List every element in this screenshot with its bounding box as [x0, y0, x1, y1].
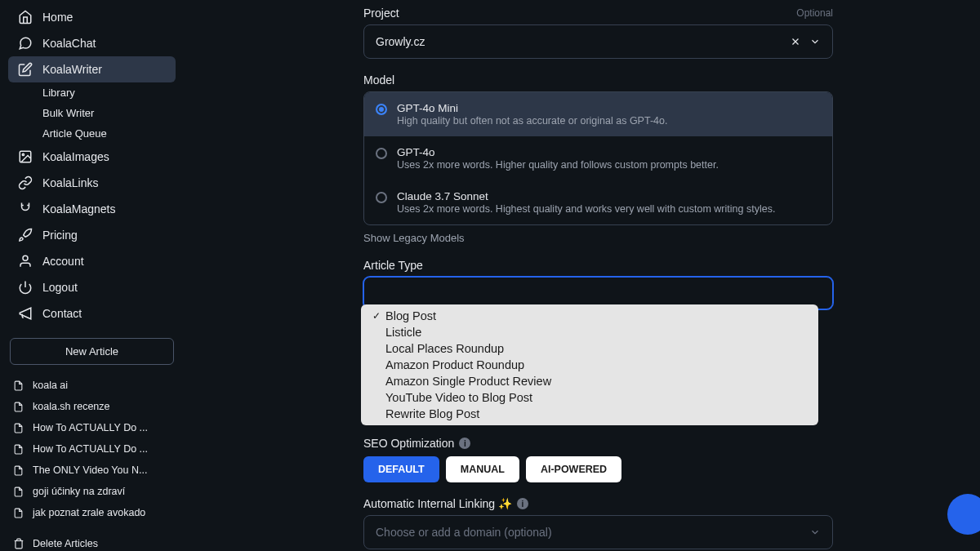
nav-label: KoalaChat	[42, 37, 96, 50]
seo-manual-button[interactable]: MANUAL	[446, 456, 519, 482]
nav-koalalinks[interactable]: KoalaLinks	[8, 170, 176, 196]
nav-label: KoalaImages	[42, 150, 109, 163]
radio-icon	[376, 192, 387, 203]
power-icon	[18, 280, 33, 295]
nav-home[interactable]: Home	[8, 4, 176, 30]
nav-label: KoalaLinks	[42, 176, 99, 189]
chevron-down-icon[interactable]	[809, 36, 821, 47]
nav-label: Logout	[42, 281, 78, 294]
user-icon	[18, 254, 33, 269]
nav-label: KoalaMagnets	[42, 202, 116, 216]
internal-linking-label: Automatic Internal Linking ✨	[363, 497, 512, 510]
article-item[interactable]: goji účinky na zdraví	[8, 481, 176, 502]
dropdown-item-youtube[interactable]: YouTube Video to Blog Post	[361, 389, 818, 406]
new-article-button[interactable]: New Article	[10, 338, 174, 365]
image-icon	[18, 149, 33, 164]
nav-koalaimages[interactable]: KoalaImages	[8, 144, 176, 170]
seo-field: SEO Optimization i DEFAULT MANUAL AI-POW…	[363, 437, 833, 482]
nav-article-queue[interactable]: Article Queue	[33, 123, 176, 144]
file-icon	[13, 423, 24, 433]
project-select[interactable]: Growly.cz	[363, 24, 833, 59]
model-field: Model GPT-4o Mini High quality but often…	[363, 73, 833, 244]
article-item[interactable]: The ONLY Video You N...	[8, 460, 176, 481]
model-option-claude[interactable]: Claude 3.7 Sonnet Uses 2x more words. Hi…	[364, 180, 832, 224]
check-icon: ✓	[372, 310, 382, 322]
nav-contact[interactable]: Contact	[8, 300, 176, 327]
dropdown-item-local-places[interactable]: Local Places Roundup	[361, 340, 818, 357]
nav-label: KoalaWriter	[42, 63, 102, 76]
article-type-label: Article Type	[363, 259, 833, 272]
project-field: Project Optional Growly.cz	[363, 7, 833, 59]
internal-linking-field: Automatic Internal Linking ✨ i Choose or…	[363, 497, 833, 549]
project-label: Project	[363, 7, 399, 20]
megaphone-icon	[18, 306, 33, 321]
dropdown-item-amazon-roundup[interactable]: Amazon Product Roundup	[361, 357, 818, 373]
radio-icon	[376, 148, 387, 159]
radio-icon	[376, 104, 387, 115]
nav-koalamagnets[interactable]: KoalaMagnets	[8, 196, 176, 222]
nav-writer-sub: Library Bulk Writer Article Queue	[8, 82, 176, 144]
svg-point-1	[22, 153, 24, 155]
file-icon	[13, 465, 24, 476]
model-radio-group: GPT-4o Mini High quality but often not a…	[363, 91, 833, 225]
nav-label: Account	[42, 255, 84, 268]
info-icon[interactable]: i	[459, 438, 470, 449]
dropdown-item-amazon-review[interactable]: Amazon Single Product Review	[361, 373, 818, 389]
nav-label: Pricing	[42, 229, 78, 242]
trash-icon	[13, 538, 24, 549]
file-icon	[13, 487, 24, 497]
model-label: Model	[363, 73, 833, 87]
nav-label: Home	[42, 11, 73, 24]
nav-koalawriter[interactable]: KoalaWriter	[8, 56, 176, 82]
article-item[interactable]: How To ACTUALLY Do ...	[8, 417, 176, 438]
article-type-dropdown: ✓Blog Post Listicle Local Places Roundup…	[361, 304, 818, 425]
link-icon	[18, 176, 33, 190]
home-icon	[18, 10, 33, 24]
delete-articles[interactable]: Delete Articles	[8, 530, 176, 551]
nav-label: Contact	[42, 307, 82, 320]
svg-point-2	[23, 256, 28, 260]
project-value: Growly.cz	[376, 35, 425, 48]
dropdown-item-listicle[interactable]: Listicle	[361, 324, 818, 340]
chat-icon	[18, 36, 33, 51]
chevron-down-icon	[809, 527, 821, 538]
file-icon	[13, 444, 24, 455]
seo-ai-button[interactable]: AI-POWERED	[526, 456, 621, 482]
nav-pricing[interactable]: Pricing	[8, 222, 176, 248]
file-icon	[13, 402, 24, 412]
clear-icon[interactable]	[790, 36, 801, 47]
rocket-icon	[18, 228, 33, 242]
article-item[interactable]: jak poznat zrale avokado	[8, 502, 176, 523]
nav-koalachat[interactable]: KoalaChat	[8, 30, 176, 56]
article-list: koala ai koala.sh recenze How To ACTUALL…	[8, 375, 176, 523]
article-item[interactable]: How To ACTUALLY Do ...	[8, 438, 176, 460]
seo-default-button[interactable]: DEFAULT	[363, 456, 439, 482]
dropdown-item-rewrite[interactable]: Rewrite Blog Post	[361, 406, 818, 422]
file-icon	[13, 380, 24, 391]
file-icon	[13, 508, 24, 518]
dropdown-item-blog-post[interactable]: ✓Blog Post	[361, 308, 818, 324]
magnet-icon	[18, 202, 33, 216]
optional-text: Optional	[796, 7, 833, 19]
nav-account[interactable]: Account	[8, 248, 176, 274]
edit-icon	[18, 62, 33, 77]
info-icon[interactable]: i	[517, 498, 528, 509]
domain-placeholder: Choose or add a domain (optional)	[376, 526, 552, 539]
sidebar: Home KoalaChat KoalaWriter Library Bulk …	[0, 0, 184, 551]
seo-label: SEO Optimization	[363, 437, 454, 450]
legacy-models-link[interactable]: Show Legacy Models	[363, 232, 833, 244]
model-option-gpt4o[interactable]: GPT-4o Uses 2x more words. Higher qualit…	[364, 136, 832, 180]
model-option-gpt4o-mini[interactable]: GPT-4o Mini High quality but often not a…	[364, 92, 832, 136]
nav-logout[interactable]: Logout	[8, 274, 176, 300]
domain-select[interactable]: Choose or add a domain (optional)	[363, 515, 833, 549]
article-item[interactable]: koala ai	[8, 375, 176, 396]
main-content: Project Optional Growly.cz Model GPT-4o …	[184, 0, 980, 551]
article-type-field: Article Type ✓Blog Post Listicle Local P…	[363, 259, 833, 309]
article-item[interactable]: koala.sh recenze	[8, 396, 176, 417]
nav-bulk-writer[interactable]: Bulk Writer	[33, 103, 176, 123]
nav-library[interactable]: Library	[33, 82, 176, 103]
